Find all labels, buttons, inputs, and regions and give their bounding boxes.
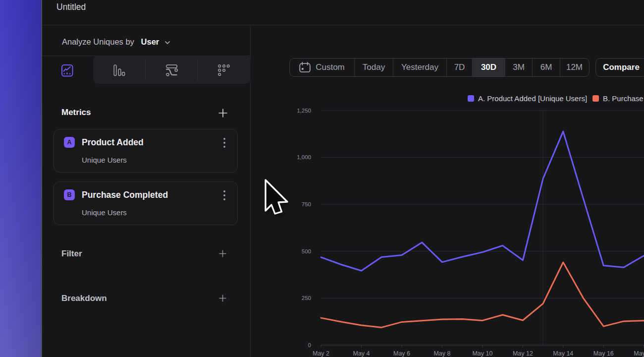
svg-text:750: 750	[302, 201, 311, 207]
svg-text:500: 500	[302, 248, 311, 254]
svg-text:May 12: May 12	[513, 350, 533, 357]
svg-text:May 14: May 14	[553, 350, 573, 357]
svg-text:May 10: May 10	[472, 350, 492, 357]
svg-text:1,000: 1,000	[297, 154, 311, 160]
svg-text:May 8: May 8	[433, 350, 450, 357]
svg-text:May 6: May 6	[393, 350, 410, 357]
svg-text:250: 250	[302, 295, 311, 301]
svg-text:May 16: May 16	[593, 350, 614, 357]
svg-text:May 2: May 2	[313, 350, 329, 357]
svg-text:May 4: May 4	[353, 350, 370, 357]
svg-text:0: 0	[308, 342, 311, 348]
svg-text:1,250: 1,250	[297, 108, 311, 114]
svg-text:May 18: May 18	[634, 350, 644, 357]
